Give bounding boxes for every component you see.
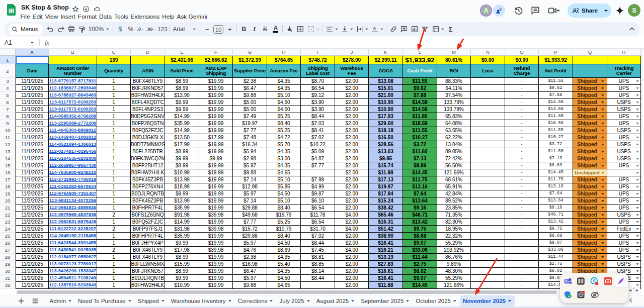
summary-cell-O1[interactable]: $0.00 <box>505 56 539 64</box>
cell-P29[interactable]: $2.75 <box>539 261 573 268</box>
row-header-20[interactable]: 20 <box>0 197 16 204</box>
column-header-K[interactable]: K <box>369 49 403 56</box>
selected-cell-A1[interactable] <box>16 56 49 64</box>
row-header-31[interactable]: 31 <box>0 275 16 282</box>
cell-M15[interactable]: 56.50% <box>437 162 471 169</box>
summary-cell-B1[interactable] <box>49 56 97 64</box>
cell-I9[interactable]: $7.03 <box>301 120 335 127</box>
cell-B3[interactable]: 113-6779157-8717831 <box>49 78 97 85</box>
cell-K12[interactable]: $28.56 <box>369 141 403 148</box>
cell-H30[interactable]: $4.35 <box>267 268 301 275</box>
cell-M29[interactable]: 9.89% <box>437 261 471 268</box>
carrier-dropdown-icon[interactable] <box>636 165 639 167</box>
cell-A32[interactable]: 11/2/2025 <box>16 282 49 289</box>
cell-E12[interactable]: $17.99 <box>165 141 199 148</box>
row-header-32[interactable]: 32 <box>0 282 16 289</box>
column-header-E[interactable]: E <box>165 49 199 56</box>
header-cell-J2[interactable]: Warehous Fee <box>335 64 369 78</box>
cell-P13[interactable]: $11.60 <box>539 148 573 155</box>
cell-K16[interactable]: $11.88 <box>369 169 403 176</box>
cell-A8[interactable]: 11/1/2025 <box>16 113 49 120</box>
cell-R18[interactable]: UPS <box>607 183 641 190</box>
cell-G17[interactable]: $7.14 <box>233 176 267 183</box>
cell-I25[interactable]: $7.02 <box>301 233 335 240</box>
cell-P22[interactable]: $46.71 <box>539 212 573 219</box>
cell-O24[interactable]: - <box>505 226 539 233</box>
cell-R24[interactable]: FedEx <box>607 226 641 233</box>
cell-N16[interactable] <box>471 169 505 176</box>
cell-H13[interactable]: $4.35 <box>267 148 301 155</box>
cell-P28[interactable]: $11.44 <box>539 254 573 261</box>
cell-F23[interactable]: $19.99 <box>199 219 233 226</box>
cell-O8[interactable]: - <box>505 113 539 120</box>
number-format-button[interactable]: 123 <box>157 24 167 35</box>
carrier-dropdown-icon[interactable] <box>636 284 639 286</box>
row-header-2[interactable]: 2 <box>0 64 16 78</box>
cell-N30[interactable] <box>471 268 505 275</box>
cell-P9[interactable]: $18.58 <box>539 120 573 127</box>
cell-C20[interactable]: 1 <box>97 197 131 204</box>
status-dropdown-icon[interactable] <box>601 87 604 89</box>
cell-J6[interactable]: $2.00 <box>335 99 369 106</box>
cell-A21[interactable]: 11/2/2025 <box>16 204 49 212</box>
name-box[interactable]: A1 <box>0 39 30 46</box>
dropdown-caret-icon[interactable] <box>316 27 320 32</box>
cell-H18[interactable]: $5.85 <box>267 183 301 190</box>
cell-A31[interactable]: 11/2/2025 <box>16 275 49 282</box>
cell-E27[interactable]: $17.98 <box>165 247 199 254</box>
cell-P26[interactable]: $9.07 <box>539 240 573 247</box>
column-header-N[interactable]: N <box>471 49 505 56</box>
cell-E9[interactable]: $35.99 <box>165 120 199 127</box>
cell-M28[interactable]: 86.76% <box>437 254 471 261</box>
header-cell-Q2[interactable] <box>573 64 607 78</box>
row-header-22[interactable]: 22 <box>0 212 16 219</box>
functions-button[interactable]: Σ <box>446 24 455 35</box>
cell-H11[interactable]: $4.72 <box>267 134 301 141</box>
tab-menu-caret-icon[interactable] <box>270 300 273 302</box>
status-dropdown-icon[interactable] <box>601 80 604 82</box>
cell-K21[interactable]: $38.42 <box>369 204 403 212</box>
carrier-dropdown-icon[interactable] <box>636 193 639 195</box>
cell-L20[interactable]: $13.64 <box>403 197 437 204</box>
cell-B27[interactable]: 111-3430541-0025035 <box>49 247 97 254</box>
cell-Q28[interactable]: Shipped <box>573 254 607 261</box>
user-avatar[interactable]: S <box>628 4 640 17</box>
cell-H24[interactable]: $10.79 <box>267 226 301 233</box>
cell-A13[interactable]: 11/1/2025 <box>16 148 49 155</box>
row-header-12[interactable]: 12 <box>0 141 16 148</box>
cell-H26[interactable]: $4.50 <box>267 240 301 247</box>
cell-D18[interactable]: B0FP276XN4 <box>131 183 165 190</box>
summary-cell-L1[interactable]: $1,933.92 <box>403 56 437 64</box>
cell-A11[interactable]: 11/1/2025 <box>16 134 49 141</box>
sheet-tab-shipped[interactable]: Shipped <box>134 295 168 307</box>
cell-K22[interactable]: $65.46 <box>369 212 403 219</box>
fill-color-button[interactable] <box>285 24 294 35</box>
carrier-dropdown-icon[interactable] <box>636 87 639 89</box>
header-cell-G2[interactable]: Supplier Price <box>233 64 267 78</box>
cell-I7[interactable]: $3.90 <box>301 106 335 113</box>
cell-L8[interactable]: $11.80 <box>403 113 437 120</box>
cell-A4[interactable]: 11/1/2025 <box>16 85 49 92</box>
cell-F3[interactable]: $19.99 <box>199 78 233 85</box>
cell-K11[interactable]: $16.50 <box>369 134 403 141</box>
cell-B6[interactable]: 113-6117572-0100253 <box>49 99 97 106</box>
cell-F8[interactable]: $19.99 <box>199 113 233 120</box>
cell-O10[interactable]: - <box>505 127 539 134</box>
cell-N18[interactable] <box>471 183 505 190</box>
cell-J23[interactable]: $2.00 <box>335 219 369 226</box>
cell-H4[interactable]: $4.35 <box>267 85 301 92</box>
cell-N15[interactable] <box>471 162 505 169</box>
tab-menu-caret-icon[interactable] <box>307 300 310 302</box>
cell-L18[interactable]: $13.16 <box>403 183 437 190</box>
cell-D32[interactable]: B0FHW2H4LK <box>131 282 165 289</box>
cell-K4[interactable]: $15.01 <box>369 85 403 92</box>
dropdown-caret-icon[interactable] <box>380 27 384 32</box>
cell-L5[interactable]: $7.88 <box>403 92 437 99</box>
cell-Q3[interactable]: Shipped <box>573 78 607 85</box>
cell-K26[interactable]: $16.41 <box>369 240 403 247</box>
cell-D11[interactable]: B0DJJGK5LX <box>131 134 165 141</box>
cell-B15[interactable]: 112-2659867-9667430 <box>49 162 97 169</box>
cell-N26[interactable] <box>471 240 505 247</box>
dropdown-caret-icon[interactable] <box>365 27 369 32</box>
cell-I32[interactable] <box>301 282 335 289</box>
